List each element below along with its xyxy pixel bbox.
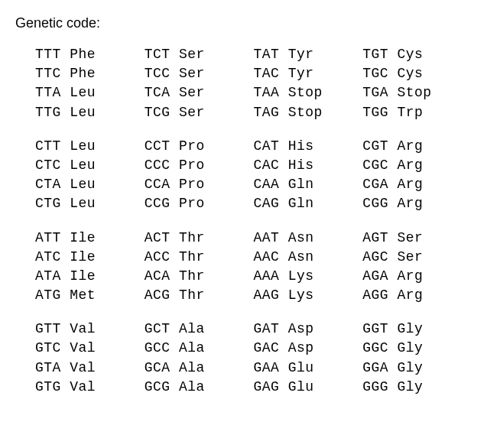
codon-triplet: CAG — [254, 196, 280, 211]
amino-acid: Val — [70, 321, 96, 336]
codon-cell: CCA Pro — [144, 175, 254, 194]
codon-triplet: CCC — [144, 157, 170, 173]
amino-acid: Cys — [397, 66, 423, 81]
codon-cell: CGG Arg — [362, 194, 472, 213]
codon-triplet: GCG — [144, 379, 170, 394]
codon-cell: AAT Asn — [254, 229, 363, 248]
codon-cell: GCG Ala — [144, 378, 254, 397]
amino-acid: Trp — [397, 105, 423, 120]
amino-acid: Tyr — [288, 47, 314, 62]
amino-acid: Ala — [179, 321, 205, 336]
codon-triplet: CCG — [144, 196, 170, 211]
amino-acid: Gly — [397, 379, 423, 394]
codon-triplet: ATA — [35, 268, 61, 284]
codon-triplet: AAT — [254, 230, 280, 245]
amino-acid: Arg — [397, 287, 423, 303]
codon-row: GTG ValGCG AlaGAG GluGGG Gly — [35, 378, 472, 397]
amino-acid: Met — [70, 287, 96, 303]
amino-acid: Leu — [70, 138, 96, 154]
codon-triplet: GTC — [35, 340, 61, 355]
codon-triplet: GAC — [254, 340, 280, 355]
codon-block: ATT IleACT ThrAAT AsnAGT SerATC IleACC T… — [35, 229, 472, 306]
codon-cell: AGC Ser — [362, 248, 472, 267]
codon-cell: ATA Ile — [35, 267, 144, 286]
codon-cell: AAA Lys — [254, 267, 363, 286]
codon-triplet: TAG — [254, 105, 280, 120]
codon-triplet: AAG — [254, 287, 280, 303]
amino-acid: Phe — [70, 66, 96, 81]
codon-triplet: ACG — [144, 287, 170, 303]
amino-acid: Thr — [179, 268, 205, 284]
codon-triplet: GAT — [254, 321, 280, 336]
codon-cell: CGA Arg — [362, 175, 472, 194]
codon-cell: TGC Cys — [362, 64, 472, 83]
codon-cell: ATG Met — [35, 286, 144, 305]
page-title: Genetic code: — [15, 15, 472, 31]
codon-triplet: GGT — [362, 321, 388, 336]
codon-triplet: AGT — [362, 230, 388, 245]
codon-cell: CCC Pro — [144, 156, 254, 175]
codon-row: ATC IleACC ThrAAC AsnAGC Ser — [35, 248, 472, 267]
codon-cell: TTA Leu — [35, 83, 144, 102]
codon-triplet: CTG — [35, 196, 61, 211]
codon-cell: GTT Val — [35, 320, 144, 339]
amino-acid: Ser — [397, 249, 423, 265]
codon-cell: GAT Asp — [254, 320, 363, 339]
amino-acid: Gly — [397, 321, 423, 336]
amino-acid: Gly — [397, 340, 423, 355]
codon-cell: GGC Gly — [362, 339, 472, 358]
codon-row: TTT PheTCT SerTAT TyrTGT Cys — [35, 45, 472, 64]
codon-triplet: AAC — [254, 249, 280, 265]
codon-triplet: TGA — [362, 85, 388, 100]
codon-triplet: CAC — [254, 157, 280, 173]
codon-row: TTC PheTCC SerTAC TyrTGC Cys — [35, 64, 472, 83]
amino-acid: Gly — [397, 360, 423, 375]
amino-acid: Pro — [179, 157, 205, 173]
amino-acid: Arg — [397, 196, 423, 211]
codon-cell: CCG Pro — [144, 194, 254, 213]
amino-acid: Pro — [179, 177, 205, 192]
amino-acid: Phe — [70, 47, 96, 62]
codon-triplet: ACC — [144, 249, 170, 265]
amino-acid: Leu — [70, 177, 96, 192]
amino-acid: Leu — [70, 85, 96, 100]
codon-cell: CTC Leu — [35, 156, 144, 175]
codon-cell: GCC Ala — [144, 339, 254, 358]
amino-acid: Lys — [288, 287, 314, 303]
codon-triplet: GCC — [144, 340, 170, 355]
amino-acid: Ile — [70, 268, 96, 284]
amino-acid: Val — [70, 340, 96, 355]
codon-cell: ACG Thr — [144, 286, 254, 305]
amino-acid: Asp — [288, 321, 314, 336]
codon-cell: CTG Leu — [35, 194, 144, 213]
codon-cell: GAG Glu — [254, 378, 363, 397]
codon-triplet: TCG — [144, 105, 170, 120]
codon-cell: GTG Val — [35, 378, 144, 397]
codon-triplet: ATT — [35, 230, 61, 245]
amino-acid: Tyr — [288, 66, 314, 81]
amino-acid: Leu — [70, 105, 96, 120]
amino-acid: Lys — [288, 268, 314, 284]
codon-row: ATG MetACG ThrAAG LysAGG Arg — [35, 286, 472, 305]
codon-triplet: TTA — [35, 85, 61, 100]
amino-acid: Stop — [288, 85, 323, 100]
codon-cell: TGG Trp — [362, 103, 472, 122]
codon-cell: TTC Phe — [35, 64, 144, 83]
codon-triplet: CCT — [144, 138, 170, 154]
amino-acid: Leu — [70, 196, 96, 211]
amino-acid: Thr — [179, 287, 205, 303]
codon-cell: CAC His — [254, 156, 363, 175]
amino-acid: Gln — [288, 177, 314, 192]
codon-triplet: AGA — [362, 268, 388, 284]
codon-triplet: TTC — [35, 66, 61, 81]
codon-triplet: GTT — [35, 321, 61, 336]
amino-acid: Ser — [179, 66, 205, 81]
amino-acid: Stop — [397, 85, 431, 100]
codon-cell: GAC Asp — [254, 339, 363, 358]
codon-cell: TGA Stop — [362, 83, 472, 102]
amino-acid: Arg — [397, 177, 423, 192]
amino-acid: Arg — [397, 138, 423, 154]
codon-cell: CGT Arg — [362, 137, 472, 156]
codon-triplet: TAC — [254, 66, 280, 81]
codon-cell: TAG Stop — [254, 103, 363, 122]
